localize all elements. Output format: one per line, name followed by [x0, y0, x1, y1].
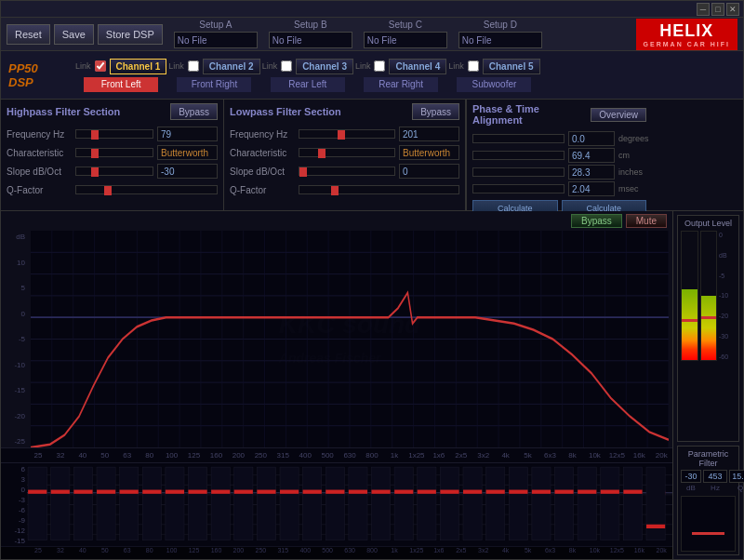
phase-cm-slider[interactable]	[472, 151, 565, 160]
param-hz-label: Hz	[711, 484, 720, 492]
channel-1-name[interactable]	[84, 77, 158, 92]
param-q-input[interactable]	[729, 470, 744, 483]
lowpass-slope-label: Slope dB/Oct	[230, 167, 295, 177]
svg-rect-99	[555, 467, 574, 540]
output-level-title: Output Level	[681, 219, 736, 228]
channel-2-link-checkbox[interactable]	[188, 60, 199, 72]
mute-button[interactable]: Mute	[626, 214, 667, 228]
dsp-name-label: PP50 DSP	[8, 61, 64, 89]
highpass-qfactor-slider[interactable]	[75, 185, 218, 194]
channel-2-group: Link Channel 2	[168, 59, 259, 92]
channel-5-link-checkbox[interactable]	[468, 60, 479, 72]
y-db-label: dB	[1, 233, 25, 241]
setup-d-input[interactable]	[458, 32, 542, 48]
close-button[interactable]: ✕	[726, 3, 739, 16]
channel-3-button[interactable]: Channel 3	[296, 59, 353, 74]
svg-rect-109	[142, 490, 161, 494]
highpass-freq-slider[interactable]	[75, 129, 153, 139]
phase-msec-slider[interactable]	[472, 184, 565, 193]
phase-cm-unit: cm	[618, 151, 646, 160]
param-db-input[interactable]	[681, 470, 701, 483]
channel-2-name[interactable]	[177, 77, 251, 92]
svg-rect-120	[394, 490, 413, 494]
svg-rect-107	[97, 490, 115, 494]
freq-1x6: 1x6	[428, 451, 450, 460]
svg-rect-81	[142, 467, 161, 540]
highpass-freq-value: 79	[157, 127, 218, 141]
channel-3-name[interactable]	[271, 77, 345, 92]
channel-3-link-checkbox[interactable]	[281, 60, 292, 72]
lowpass-bypass-button[interactable]: Bypass	[412, 103, 459, 120]
lowpass-freq-slider[interactable]	[299, 129, 395, 139]
channel-5-name[interactable]	[457, 77, 531, 92]
svg-rect-108	[120, 490, 139, 494]
save-button[interactable]: Save	[54, 24, 94, 45]
channel-4-button[interactable]: Channel 4	[389, 59, 446, 74]
store-dsp-button[interactable]: Store DSP	[98, 24, 163, 45]
minimize-button[interactable]: ─	[697, 3, 710, 16]
channel-4-name[interactable]	[364, 77, 438, 92]
highpass-slope-slider[interactable]	[75, 167, 153, 176]
freq-630: 630	[339, 451, 361, 460]
lowpass-section: Lowpass Filter Section Bypass Frequency …	[224, 100, 466, 210]
svg-rect-122	[440, 490, 458, 494]
highpass-section: Highpass Filter Section Bypass Frequency…	[1, 100, 224, 210]
setup-b-input[interactable]	[269, 32, 352, 48]
channel-2-button[interactable]: Channel 2	[203, 59, 260, 74]
channel-3-link-label: Link	[262, 61, 278, 71]
svg-rect-90	[349, 467, 367, 540]
level-n20: -20	[719, 313, 736, 319]
svg-rect-93	[418, 467, 436, 540]
parametric-filter-box: Parametric Filter dB Hz Q	[677, 446, 739, 555]
freq-160: 160	[206, 451, 228, 460]
freq-8k: 8k	[562, 451, 584, 460]
reset-button[interactable]: Reset	[7, 24, 50, 45]
freq-50: 50	[94, 451, 116, 460]
maximize-button[interactable]: □	[711, 3, 724, 16]
helix-logo: HELIX GERMAN CAR HIFI	[636, 19, 737, 50]
highpass-char-slider[interactable]	[75, 148, 153, 157]
setup-a-input[interactable]	[174, 32, 258, 48]
svg-rect-114	[257, 490, 275, 494]
frequency-response-curve	[31, 231, 669, 447]
phase-overview-button[interactable]: Overview	[591, 108, 646, 122]
lowpass-slope-value: 0	[399, 164, 459, 179]
lowpass-char-slider[interactable]	[299, 148, 395, 157]
bypass-button[interactable]: Bypass	[571, 214, 622, 228]
param-hz-input[interactable]	[703, 470, 727, 483]
phase-inches-unit: inches	[618, 167, 646, 177]
eq-area: 6 3 0 -3 -6 -9 -12 -15	[1, 462, 672, 546]
setup-c-input[interactable]	[364, 32, 447, 48]
phase-inches-slider[interactable]	[472, 167, 565, 177]
freq-250: 250	[249, 451, 272, 460]
phase-degrees-slider[interactable]	[472, 134, 565, 143]
level-meter-bar-2	[700, 231, 718, 361]
channel-4-link-checkbox[interactable]	[374, 60, 385, 72]
lowpass-qfactor-slider[interactable]	[299, 185, 459, 194]
svg-rect-97	[509, 467, 527, 540]
chart-controls: Bypass Mute	[1, 211, 672, 231]
channel-5-button[interactable]: Channel 5	[483, 59, 540, 74]
level-0: 0	[719, 232, 736, 238]
param-q-slider[interactable]	[681, 496, 736, 552]
highpass-char-label: Characteristic	[7, 148, 72, 158]
lowpass-freq-label: Frequency Hz	[230, 129, 295, 140]
phase-title: Phase & Time Alignment	[472, 103, 591, 126]
svg-rect-125	[509, 490, 527, 494]
svg-rect-121	[418, 490, 436, 494]
lowpass-slope-slider[interactable]	[299, 167, 395, 176]
channel-1-button[interactable]: Channel 1	[110, 59, 167, 74]
param-db-label: dB	[686, 484, 696, 492]
freq-16k: 16k	[628, 451, 650, 460]
svg-rect-83	[189, 467, 207, 540]
svg-rect-118	[349, 490, 367, 494]
svg-rect-126	[532, 490, 551, 494]
svg-rect-115	[280, 490, 299, 494]
svg-rect-98	[532, 467, 551, 540]
svg-rect-127	[555, 490, 574, 494]
freq-5k: 5k	[517, 451, 539, 460]
y-n15-label: -15	[1, 386, 25, 394]
highpass-bypass-button[interactable]: Bypass	[170, 103, 218, 120]
channel-1-link-checkbox[interactable]	[95, 60, 106, 72]
channel-4-link-label: Link	[355, 61, 371, 71]
